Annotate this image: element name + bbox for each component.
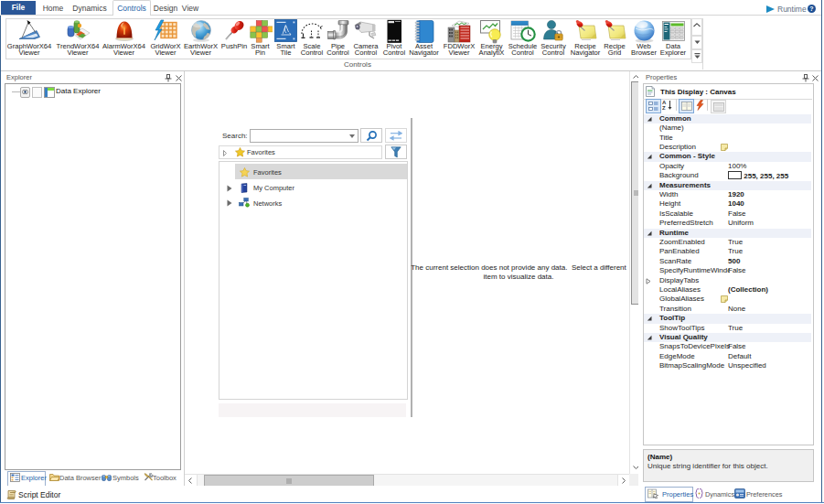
svg-text:Z: Z	[662, 105, 666, 110]
